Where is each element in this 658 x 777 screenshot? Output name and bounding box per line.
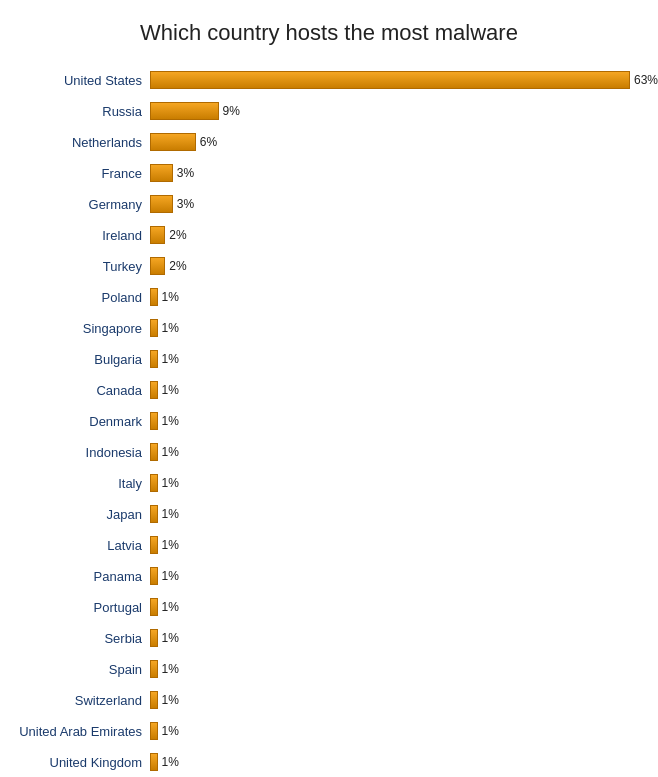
bar-area: 1% xyxy=(150,660,648,678)
bar-row: Portugal1% xyxy=(10,593,648,621)
bar-row: Poland1% xyxy=(10,283,648,311)
country-label: Latvia xyxy=(10,538,150,553)
bar-row: Ireland2% xyxy=(10,221,648,249)
bar-percent-label: 3% xyxy=(177,197,194,211)
bar-percent-label: 1% xyxy=(162,755,179,769)
bar xyxy=(150,505,158,523)
bar xyxy=(150,474,158,492)
bar xyxy=(150,443,158,461)
bar-area: 1% xyxy=(150,753,648,771)
bar-percent-label: 1% xyxy=(162,321,179,335)
bar-area: 1% xyxy=(150,412,648,430)
bar-area: 1% xyxy=(150,319,648,337)
bar xyxy=(150,660,158,678)
bar-row: Switzerland1% xyxy=(10,686,648,714)
country-label: Netherlands xyxy=(10,135,150,150)
bar xyxy=(150,257,165,275)
bar-row: Latvia1% xyxy=(10,531,648,559)
bar xyxy=(150,164,173,182)
country-label: Russia xyxy=(10,104,150,119)
bar-row: France3% xyxy=(10,159,648,187)
country-label: Spain xyxy=(10,662,150,677)
country-label: United Kingdom xyxy=(10,755,150,770)
bar-percent-label: 2% xyxy=(169,228,186,242)
bar-percent-label: 2% xyxy=(169,259,186,273)
country-label: United States xyxy=(10,73,150,88)
country-label: Poland xyxy=(10,290,150,305)
bar xyxy=(150,598,158,616)
bar-row: Serbia1% xyxy=(10,624,648,652)
bar-area: 1% xyxy=(150,598,648,616)
bar-percent-label: 1% xyxy=(162,290,179,304)
bar xyxy=(150,319,158,337)
bar xyxy=(150,629,158,647)
bar xyxy=(150,71,630,89)
country-label: Indonesia xyxy=(10,445,150,460)
bar-row: Singapore1% xyxy=(10,314,648,342)
bar-area: 6% xyxy=(150,133,648,151)
bar-row: Panama1% xyxy=(10,562,648,590)
bar-percent-label: 1% xyxy=(162,352,179,366)
bar-area: 2% xyxy=(150,257,648,275)
bar-percent-label: 3% xyxy=(177,166,194,180)
country-label: Ireland xyxy=(10,228,150,243)
bar xyxy=(150,195,173,213)
bar-percent-label: 1% xyxy=(162,507,179,521)
bar-area: 1% xyxy=(150,536,648,554)
bar-percent-label: 63% xyxy=(634,73,658,87)
bar xyxy=(150,133,196,151)
bar-area: 9% xyxy=(150,102,648,120)
bar-area: 3% xyxy=(150,195,648,213)
country-label: Portugal xyxy=(10,600,150,615)
bar-percent-label: 1% xyxy=(162,631,179,645)
bar-row: Spain1% xyxy=(10,655,648,683)
bar-area: 1% xyxy=(150,381,648,399)
bar-row: Japan1% xyxy=(10,500,648,528)
bar-percent-label: 1% xyxy=(162,600,179,614)
country-label: Italy xyxy=(10,476,150,491)
country-label: Panama xyxy=(10,569,150,584)
bar xyxy=(150,753,158,771)
bar-row: Indonesia1% xyxy=(10,438,648,466)
country-label: Denmark xyxy=(10,414,150,429)
bar xyxy=(150,691,158,709)
bar-percent-label: 9% xyxy=(223,104,240,118)
bar-area: 1% xyxy=(150,691,648,709)
bar-percent-label: 1% xyxy=(162,476,179,490)
country-label: Canada xyxy=(10,383,150,398)
bar-area: 1% xyxy=(150,505,648,523)
bar-row: Bulgaria1% xyxy=(10,345,648,373)
bar-percent-label: 1% xyxy=(162,693,179,707)
country-label: United Arab Emirates xyxy=(10,724,150,739)
bar-area: 1% xyxy=(150,443,648,461)
country-label: Turkey xyxy=(10,259,150,274)
bar xyxy=(150,288,158,306)
country-label: Bulgaria xyxy=(10,352,150,367)
country-label: France xyxy=(10,166,150,181)
bar-area: 1% xyxy=(150,567,648,585)
country-label: Switzerland xyxy=(10,693,150,708)
country-label: Serbia xyxy=(10,631,150,646)
country-label: Germany xyxy=(10,197,150,212)
bar-percent-label: 1% xyxy=(162,569,179,583)
bar xyxy=(150,381,158,399)
chart-title: Which country hosts the most malware xyxy=(10,20,648,46)
bar xyxy=(150,350,158,368)
bar-percent-label: 1% xyxy=(162,538,179,552)
country-label: Japan xyxy=(10,507,150,522)
bar-area: 1% xyxy=(150,288,648,306)
bar-row: United Arab Emirates1% xyxy=(10,717,648,745)
bar xyxy=(150,722,158,740)
bar-row: United Kingdom1% xyxy=(10,748,648,776)
bar-percent-label: 1% xyxy=(162,445,179,459)
bar-row: Italy1% xyxy=(10,469,648,497)
bar-row: United States63% xyxy=(10,66,648,94)
bar xyxy=(150,567,158,585)
bar-area: 63% xyxy=(150,71,658,89)
bar-row: Netherlands6% xyxy=(10,128,648,156)
bar-percent-label: 6% xyxy=(200,135,217,149)
bar-percent-label: 1% xyxy=(162,724,179,738)
bar-percent-label: 1% xyxy=(162,662,179,676)
bar xyxy=(150,226,165,244)
country-label: Singapore xyxy=(10,321,150,336)
